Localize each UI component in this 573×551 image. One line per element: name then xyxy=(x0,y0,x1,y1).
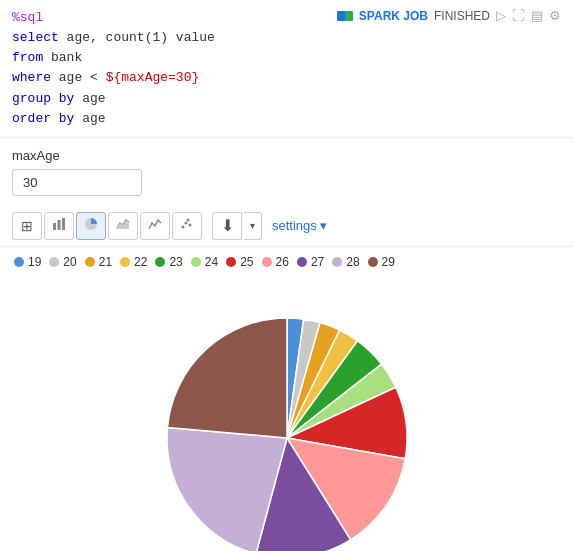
legend-dot xyxy=(120,257,130,267)
settings-caret-icon: ▾ xyxy=(320,218,327,233)
legend-item: 24 xyxy=(191,255,218,269)
legend-label: 29 xyxy=(382,255,395,269)
code-text-4a: age < xyxy=(51,70,106,85)
legend-item: 23 xyxy=(155,255,182,269)
pie-icon xyxy=(84,217,98,234)
legend-dot xyxy=(191,257,201,267)
spark-action-buttons: ▷ ⛶ ▤ ⚙ xyxy=(496,8,561,23)
area-chart-button[interactable] xyxy=(108,212,138,240)
legend-dot xyxy=(14,257,24,267)
table-view-icon[interactable]: ▤ xyxy=(531,8,543,23)
area-icon xyxy=(116,217,130,234)
maxage-input[interactable] xyxy=(12,169,142,196)
table-icon: ⊞ xyxy=(21,218,33,234)
code-line-6: order by age xyxy=(12,109,561,129)
code-keyword-orderby: order by xyxy=(12,111,74,126)
param-section: maxAge xyxy=(0,138,573,206)
download-icon: ⬇ xyxy=(221,216,234,235)
legend-item: 21 xyxy=(85,255,112,269)
legend-label: 21 xyxy=(99,255,112,269)
svg-rect-2 xyxy=(62,218,65,230)
legend-item: 25 xyxy=(226,255,253,269)
settings-label: settings xyxy=(272,218,317,233)
svg-point-8 xyxy=(187,219,190,222)
legend-dot xyxy=(85,257,95,267)
scatter-icon xyxy=(180,217,194,234)
download-button[interactable]: ⬇ xyxy=(212,212,242,240)
legend-dot xyxy=(297,257,307,267)
code-text-5: age xyxy=(74,91,105,106)
chart-legend: 1920212223242526272829 xyxy=(0,247,573,273)
param-label: maxAge xyxy=(12,148,561,163)
code-line-5: group by age xyxy=(12,89,561,109)
pie-chart-svg xyxy=(97,283,477,551)
code-keyword-from: from xyxy=(12,50,43,65)
expand-icon[interactable]: ⛶ xyxy=(512,8,525,23)
legend-label: 26 xyxy=(276,255,289,269)
code-text-2: age, count(1) value xyxy=(59,30,215,45)
legend-dot xyxy=(368,257,378,267)
svg-rect-1 xyxy=(58,220,61,230)
legend-label: 27 xyxy=(311,255,324,269)
settings-button[interactable]: settings ▾ xyxy=(272,218,327,233)
legend-dot xyxy=(226,257,236,267)
chart-toolbar: ⊞ ⬇ ▾ settings ▾ xyxy=(0,206,573,247)
legend-item: 19 xyxy=(14,255,41,269)
legend-item: 28 xyxy=(332,255,359,269)
bar-chart-button[interactable] xyxy=(44,212,74,240)
legend-label: 28 xyxy=(346,255,359,269)
legend-dot xyxy=(332,257,342,267)
code-keyword-where: where xyxy=(12,70,51,85)
code-text-3: bank xyxy=(43,50,82,65)
chart-area xyxy=(0,273,573,551)
legend-item: 22 xyxy=(120,255,147,269)
code-line-2: select age, count(1) value xyxy=(12,28,561,48)
legend-label: 19 xyxy=(28,255,41,269)
code-keyword-sql: %sql xyxy=(12,10,43,25)
legend-label: 20 xyxy=(63,255,76,269)
legend-dot xyxy=(262,257,272,267)
legend-label: 23 xyxy=(169,255,182,269)
legend-item: 27 xyxy=(297,255,324,269)
scatter-chart-button[interactable] xyxy=(172,212,202,240)
legend-dot xyxy=(155,257,165,267)
table-view-button[interactable]: ⊞ xyxy=(12,212,42,240)
legend-item: 29 xyxy=(368,255,395,269)
legend-dot xyxy=(49,257,59,267)
download-caret-button[interactable]: ▾ xyxy=(244,212,262,240)
legend-label: 25 xyxy=(240,255,253,269)
bar-icon xyxy=(52,217,66,234)
svg-rect-0 xyxy=(53,223,56,230)
code-text-6: age xyxy=(74,111,105,126)
run-icon[interactable]: ▷ xyxy=(496,8,506,23)
spark-status: FINISHED xyxy=(434,9,490,23)
legend-item: 26 xyxy=(262,255,289,269)
code-keyword-select: select xyxy=(12,30,59,45)
pie-chart-button[interactable] xyxy=(76,212,106,240)
caret-down-icon: ▾ xyxy=(250,220,255,231)
code-variable: ${maxAge=30} xyxy=(106,70,200,85)
code-line-3: from bank xyxy=(12,48,561,68)
line-icon xyxy=(148,217,162,234)
svg-point-7 xyxy=(189,224,192,227)
svg-point-5 xyxy=(182,226,185,229)
line-chart-button[interactable] xyxy=(140,212,170,240)
settings-icon[interactable]: ⚙ xyxy=(549,8,561,23)
code-line-4: where age < ${maxAge=30} xyxy=(12,68,561,88)
legend-item: 20 xyxy=(49,255,76,269)
legend-label: 22 xyxy=(134,255,147,269)
code-section: %sql select age, count(1) value from ban… xyxy=(0,0,573,138)
code-keyword-groupby: group by xyxy=(12,91,74,106)
spark-job-header: SPARK JOB FINISHED ▷ ⛶ ▤ ⚙ xyxy=(337,8,561,23)
pie-slice-29 xyxy=(167,318,287,438)
spark-job-label: SPARK JOB xyxy=(337,9,428,23)
legend-label: 24 xyxy=(205,255,218,269)
svg-point-6 xyxy=(185,222,188,225)
